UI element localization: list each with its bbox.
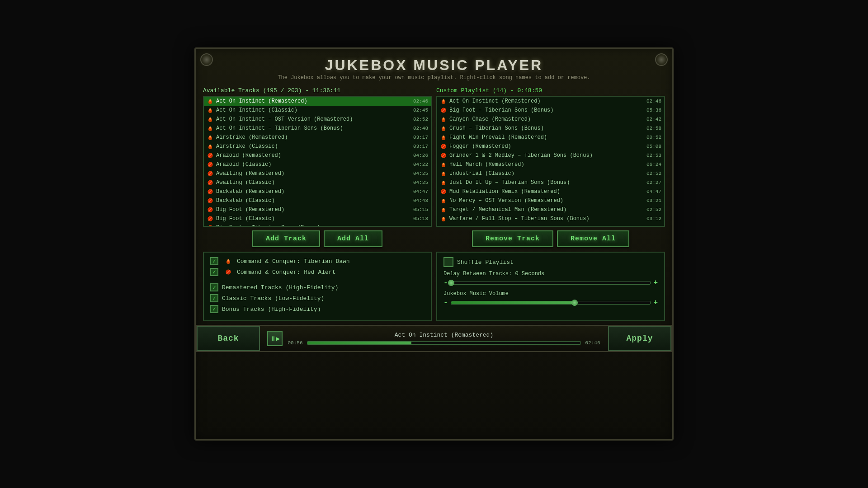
custom-playlist-list[interactable]: Act On Instinct (Remastered)02:46Big Foo… bbox=[437, 97, 664, 226]
playlist-track-item[interactable]: Warfare / Full Stop – Tiberian Sons (Bon… bbox=[437, 214, 664, 223]
shuffle-checkbox[interactable] bbox=[443, 257, 453, 267]
available-track-item[interactable]: Act On Instinct (Remastered)02:46 bbox=[204, 97, 431, 106]
available-track-item[interactable]: Backstab (Remastered)04:47 bbox=[204, 187, 431, 196]
playlist-track-item[interactable]: Just Do It Up – Tiberian Sons (Bonus)02:… bbox=[437, 178, 664, 187]
delay-plus-button[interactable]: + bbox=[653, 279, 658, 287]
svg-point-78 bbox=[443, 217, 444, 219]
playlist-track-item[interactable]: Hell March (Remastered)06:24 bbox=[437, 160, 664, 169]
track-name: Hell March (Remastered) bbox=[449, 161, 643, 168]
custom-playlist-list-container: Act On Instinct (Remastered)02:46Big Foo… bbox=[436, 96, 665, 227]
track-name: Awaiting (Classic) bbox=[216, 179, 410, 186]
available-track-item[interactable]: Act On Instinct – OST Version (Remastere… bbox=[204, 115, 431, 124]
delay-slider-thumb[interactable] bbox=[448, 280, 454, 286]
playlist-track-item[interactable]: Act On Instinct (Remastered)02:46 bbox=[437, 97, 664, 106]
track-duration: 04:22 bbox=[413, 162, 428, 167]
available-tracks-list[interactable]: Act On Instinct (Remastered)02:46Act On … bbox=[204, 97, 431, 226]
shuffle-label: Shuffle Playlist bbox=[457, 259, 514, 266]
available-track-item[interactable]: Arazoid (Remastered)04:26 bbox=[204, 151, 431, 160]
playlist-track-item[interactable]: No Mercy – OST Version (Remastered)03:21 bbox=[437, 196, 664, 205]
filter-checkbox[interactable] bbox=[210, 305, 218, 313]
available-track-item[interactable]: Big Foot (Classic)05:13 bbox=[204, 214, 431, 223]
available-track-item[interactable]: Awaiting (Classic)04:25 bbox=[204, 178, 431, 187]
track-name: Airstrike (Classic) bbox=[216, 143, 410, 150]
volume-slider-control: - + bbox=[443, 299, 658, 307]
available-track-item[interactable]: Big Foot – Tiberian Sons (Bonus)05:36 bbox=[204, 223, 431, 226]
now-playing-title: Act On Instinct (Remastered) bbox=[287, 332, 601, 338]
action-buttons-row: Add Track Add All Remove Track Remove Al… bbox=[203, 230, 665, 247]
playlist-track-item[interactable]: Crush – Tiberian Sons (Bonus)02:58 bbox=[437, 124, 664, 133]
available-track-item[interactable]: Big Foot (Remastered)05:15 bbox=[204, 205, 431, 214]
fire-icon bbox=[440, 197, 447, 204]
left-buttons: Add Track Add All bbox=[203, 230, 432, 247]
corner-bolt-tr bbox=[655, 53, 668, 66]
playlist-track-item[interactable]: Industrial (Classic)02:52 bbox=[437, 169, 664, 178]
custom-playlist-header: Custom Playlist (14) - 0:48:50 bbox=[436, 87, 665, 94]
playlist-track-item[interactable]: Canyon Chase (Remastered)02:42 bbox=[437, 115, 664, 124]
app-title: JUKEBOX MUSIC PLAYER bbox=[196, 57, 672, 74]
right-buttons: Remove Track Remove All bbox=[436, 230, 665, 247]
slash-icon bbox=[207, 161, 214, 168]
volume-minus-button[interactable]: - bbox=[443, 299, 448, 307]
remove-all-button[interactable]: Remove All bbox=[557, 230, 629, 247]
available-tracks-header: Available Tracks (195 / 203) - 11:36:11 bbox=[203, 87, 432, 94]
filter-checkbox[interactable] bbox=[210, 294, 218, 302]
svg-point-61 bbox=[443, 163, 444, 164]
total-time: 02:46 bbox=[585, 340, 601, 346]
track-name: Airstrike (Remastered) bbox=[216, 134, 410, 141]
track-duration: 03:21 bbox=[646, 198, 661, 203]
fire-icon bbox=[207, 116, 214, 123]
filter-label: Command & Conquer: Tiberian Dawn bbox=[237, 258, 350, 265]
progress-track[interactable] bbox=[307, 341, 581, 345]
fire-icon bbox=[207, 107, 214, 114]
track-duration: 02:48 bbox=[413, 126, 428, 131]
playlist-track-item[interactable]: Grinder 1 & 2 Medley – Tiberian Sons (Bo… bbox=[437, 151, 664, 160]
playlist-track-item[interactable]: Mud Retaliation Remix (Remastered)04:47 bbox=[437, 187, 664, 196]
available-track-item[interactable]: Airstrike (Remastered)03:17 bbox=[204, 133, 431, 142]
available-track-item[interactable]: Arazoid (Classic)04:22 bbox=[204, 160, 431, 169]
apply-button[interactable]: Apply bbox=[608, 326, 671, 351]
track-duration: 05:13 bbox=[413, 216, 428, 221]
play-pause-button[interactable]: ⏸▶ bbox=[267, 331, 283, 346]
filter-checkbox[interactable] bbox=[210, 283, 218, 291]
playlist-track-item[interactable]: Big Foot – Tiberian Sons (Bonus)05:36 bbox=[437, 106, 664, 115]
track-name: Arazoid (Remastered) bbox=[216, 152, 410, 159]
main-window: JUKEBOX MUSIC PLAYER The Jukebox allows … bbox=[194, 47, 674, 441]
delay-minus-button[interactable]: - bbox=[443, 279, 448, 287]
available-track-item[interactable]: Airstrike (Classic)03:17 bbox=[204, 142, 431, 151]
progress-row: 00:56 02:46 bbox=[287, 340, 601, 346]
available-track-item[interactable]: Awaiting (Remastered)04:25 bbox=[204, 169, 431, 178]
playlist-track-item[interactable]: Fogger (Remastered)05:08 bbox=[437, 142, 664, 151]
volume-label: Jukebox Music Volume bbox=[443, 291, 658, 297]
filter-checkbox[interactable] bbox=[210, 257, 218, 265]
playlist-track-item[interactable]: Fight Win Prevail (Remastered)00:52 bbox=[437, 133, 664, 142]
add-all-button[interactable]: Add All bbox=[324, 230, 382, 247]
available-track-item[interactable]: Backstab (Classic)04:43 bbox=[204, 196, 431, 205]
filter-checkbox[interactable] bbox=[210, 268, 218, 276]
filter-item: Bonus Tracks (High-Fidelity) bbox=[210, 305, 425, 313]
volume-slider-track[interactable] bbox=[451, 301, 651, 305]
available-tracks-panel: Available Tracks (195 / 203) - 11:36:11 … bbox=[203, 87, 432, 227]
svg-point-43 bbox=[443, 99, 444, 101]
slash-icon bbox=[440, 107, 447, 114]
volume-plus-button[interactable]: + bbox=[653, 299, 658, 307]
playlist-track-item[interactable]: Target / Mechanical Man (Remastered)02:5… bbox=[437, 205, 664, 214]
available-track-item[interactable]: Act On Instinct – Tiberian Sons (Bonus)0… bbox=[204, 124, 431, 133]
fire-icon bbox=[207, 134, 214, 141]
delay-slider-track[interactable] bbox=[451, 281, 651, 285]
slash-icon bbox=[207, 215, 214, 222]
progress-fill bbox=[307, 342, 411, 344]
add-track-button[interactable]: Add Track bbox=[252, 230, 320, 247]
slash-icon bbox=[207, 170, 214, 177]
track-duration: 03:12 bbox=[646, 216, 661, 221]
remove-track-button[interactable]: Remove Track bbox=[472, 230, 553, 247]
volume-slider-thumb[interactable] bbox=[571, 300, 578, 306]
back-button[interactable]: Back bbox=[197, 326, 260, 351]
fire-icon bbox=[207, 143, 214, 150]
track-duration: 00:52 bbox=[646, 135, 661, 140]
slash-icon bbox=[440, 152, 447, 159]
track-duration: 04:47 bbox=[413, 189, 428, 194]
available-track-item[interactable]: Act On Instinct (Classic)02:45 bbox=[204, 106, 431, 115]
track-name: Act On Instinct – Tiberian Sons (Bonus) bbox=[216, 125, 410, 131]
slash-icon bbox=[207, 179, 214, 186]
fire-icon bbox=[207, 125, 214, 132]
